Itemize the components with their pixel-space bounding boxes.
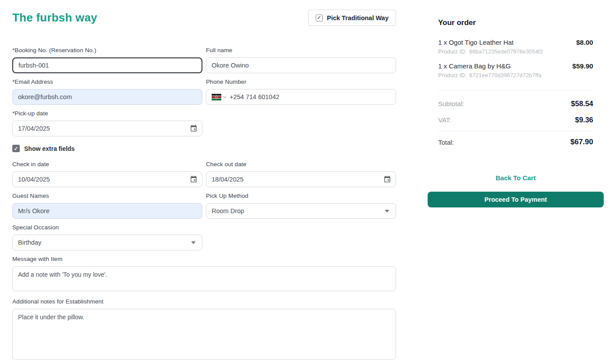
booking-no-label: *Booking No. (Reservation No.) [12, 47, 202, 54]
item-price: $8.00 [576, 39, 593, 46]
email-label: *Email Address [12, 79, 202, 85]
order-summary-panel: Your order 1 x Ogot Tigo Leather Hat $8.… [428, 18, 604, 207]
product-id-label: Product ID: [438, 72, 467, 79]
check-out-date-label: Check out date [206, 161, 396, 168]
product-id-value: 6721ee770d396727d72b7ffa [469, 72, 541, 79]
show-extra-fields-checkbox[interactable]: ✓ Show extra fields [12, 145, 396, 152]
calendar-icon[interactable] [383, 175, 391, 183]
product-id-line: Product ID:66ba71235ede07976e3054f2 [438, 49, 593, 55]
form-header: The furbsh way ✓ Pick Traditional Way [12, 10, 396, 26]
special-occasion-value: Birthday [18, 239, 41, 246]
page-title: The furbsh way [12, 11, 97, 25]
product-id-line: Product ID:6721ee770d396727d72b7ffa [438, 72, 593, 79]
subtotal-value: $58.54 [571, 100, 593, 108]
full-name-input[interactable] [206, 57, 396, 73]
total-label: Total: [438, 139, 454, 146]
check-out-date-input[interactable] [206, 171, 396, 187]
vat-value: $9.36 [575, 116, 593, 124]
additional-notes-label: Additional notes for Establishment [12, 298, 396, 305]
special-occasion-label: Special Occasion [12, 224, 202, 231]
country-selector[interactable] [212, 94, 227, 100]
calendar-icon[interactable] [190, 175, 198, 183]
pick-up-method-select[interactable]: Room Drop [206, 203, 396, 219]
message-with-item-label: Message with Item [12, 256, 396, 262]
phone-field [206, 89, 396, 105]
email-input[interactable] [12, 89, 202, 105]
special-occasion-select[interactable]: Birthday [12, 235, 202, 250]
booking-no-input[interactable] [12, 57, 202, 73]
guest-names-label: Guest Names [12, 193, 202, 199]
chevron-down-icon [385, 210, 389, 213]
checkbox-checked-icon: ✓ [316, 14, 323, 21]
chevron-down-icon [191, 241, 196, 244]
back-to-cart-link[interactable]: Back To Cart [438, 174, 593, 182]
item-name: 1 x Ogot Tigo Leather Hat [438, 39, 514, 46]
full-name-label: Full name [206, 47, 396, 54]
additional-notes-textarea[interactable]: Place it under the pillow. [12, 309, 396, 360]
product-id-value: 66ba71235ede07976e3054f2 [469, 49, 543, 55]
chevron-down-icon [223, 96, 227, 98]
proceed-to-payment-button[interactable]: Proceed To Payment [428, 192, 604, 207]
vat-label: VAT: [438, 116, 451, 124]
message-with-item-textarea[interactable]: Add a note with 'To you my love'. [12, 266, 396, 291]
checkout-form: The furbsh way ✓ Pick Traditional Way *B… [12, 10, 396, 361]
check-in-date-label: Check in date [12, 161, 202, 168]
divider [438, 90, 593, 90]
check-in-date-input[interactable] [12, 171, 202, 187]
show-extra-fields-label: Show extra fields [24, 145, 75, 152]
pickup-date-label: *Pick-up date [12, 110, 202, 117]
pick-traditional-way-label: Pick Traditional Way [327, 14, 389, 21]
order-item: 1 x Ogot Tigo Leather Hat $8.00 Product … [438, 39, 593, 55]
subtotal-row: Subtotal: $58.54 [438, 96, 593, 112]
pick-traditional-way-button[interactable]: ✓ Pick Traditional Way [308, 10, 396, 26]
calendar-icon[interactable] [190, 125, 198, 132]
item-name: 1 x Camera Bag by H&G [438, 62, 511, 70]
pick-up-method-value: Room Drop [212, 207, 244, 214]
vat-row: VAT: $9.36 [438, 112, 593, 128]
order-item: 1 x Camera Bag by H&G $59.90 Product ID:… [438, 62, 593, 79]
phone-label: Phone Number [206, 79, 396, 85]
pick-up-method-label: Pick Up Method [206, 193, 396, 199]
guest-names-input[interactable] [12, 203, 202, 219]
product-id-label: Product ID: [438, 49, 467, 55]
divider [438, 131, 593, 131]
pickup-date-input[interactable] [12, 121, 202, 136]
subtotal-label: Subtotal: [438, 100, 464, 107]
phone-input[interactable] [230, 93, 390, 100]
order-title: Your order [438, 18, 593, 27]
kenya-flag-icon [212, 94, 221, 100]
item-price: $59.90 [573, 62, 593, 70]
total-value: $67.90 [570, 138, 593, 146]
checkbox-checked-icon: ✓ [12, 145, 20, 152]
total-row: Total: $67.90 [438, 134, 593, 150]
